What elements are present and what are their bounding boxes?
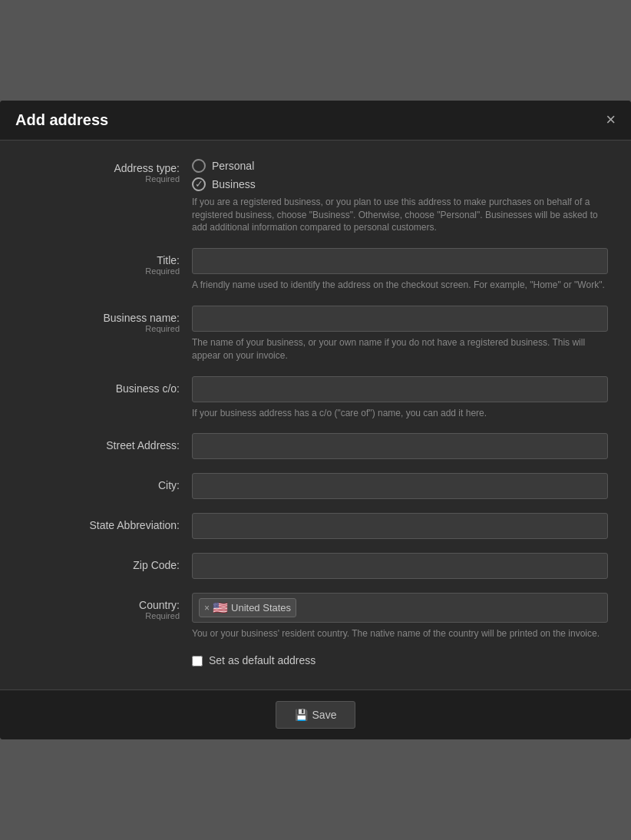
state-abbreviation-input[interactable] xyxy=(192,513,608,539)
street-address-label: Street Address: xyxy=(23,433,192,451)
country-flag-icon: 🇺🇸 xyxy=(213,600,228,615)
business-co-control: If your business address has a c/o ("car… xyxy=(192,376,608,420)
title-control: A friendly name used to identify the add… xyxy=(192,248,608,292)
set-default-checkbox[interactable] xyxy=(192,656,203,666)
street-address-input[interactable] xyxy=(192,433,608,459)
radio-business[interactable]: ✓ Business xyxy=(192,177,608,191)
country-tag-input[interactable]: × 🇺🇸 United States xyxy=(192,593,608,623)
modal-body: Address type: Required Personal ✓ Busine… xyxy=(0,141,631,690)
title-label: Title: Required xyxy=(23,248,192,276)
business-name-input[interactable] xyxy=(192,306,608,332)
radio-checkmark-business: ✓ xyxy=(192,177,206,191)
address-type-hint: If you are a registered business, or you… xyxy=(192,196,608,234)
country-name: United States xyxy=(231,602,291,613)
radio-label-business: Business xyxy=(212,178,256,190)
title-input[interactable] xyxy=(192,248,608,274)
country-tag-united-states: × 🇺🇸 United States xyxy=(199,598,296,617)
country-row: Country: Required × 🇺🇸 United States You… xyxy=(23,593,608,640)
radio-circle-personal xyxy=(192,159,206,173)
street-address-row: Street Address: xyxy=(23,433,608,459)
address-type-radio-group: Personal ✓ Business xyxy=(192,156,608,191)
radio-personal[interactable]: Personal xyxy=(192,159,608,173)
country-label: Country: Required xyxy=(23,593,192,620)
modal-footer: 💾 Save xyxy=(0,690,631,739)
business-co-row: Business c/o: If your business address h… xyxy=(23,376,608,420)
zip-code-row: Zip Code: xyxy=(23,553,608,579)
state-abbreviation-row: State Abbreviation: xyxy=(23,513,608,539)
state-abbreviation-label: State Abbreviation: xyxy=(23,513,192,531)
modal-header: Add address × xyxy=(0,101,631,141)
city-row: City: xyxy=(23,473,608,499)
business-name-hint: The name of your business, or your own n… xyxy=(192,336,608,362)
address-type-row: Address type: Required Personal ✓ Busine… xyxy=(23,156,608,234)
zip-code-control xyxy=(192,553,608,579)
business-name-row: Business name: Required The name of your… xyxy=(23,306,608,362)
city-control xyxy=(192,473,608,499)
save-icon: 💾 xyxy=(295,709,308,721)
title-row: Title: Required A friendly name used to … xyxy=(23,248,608,292)
add-address-modal: Add address × Address type: Required Per… xyxy=(0,101,631,739)
zip-code-input[interactable] xyxy=(192,553,608,579)
country-hint: You or your business' resident country. … xyxy=(192,627,608,640)
address-type-label: Address type: Required xyxy=(23,156,192,184)
modal-title: Add address xyxy=(15,111,108,129)
business-co-input[interactable] xyxy=(192,376,608,402)
title-hint: A friendly name used to identify the add… xyxy=(192,279,608,292)
business-name-label: Business name: Required xyxy=(23,306,192,333)
city-label: City: xyxy=(23,473,192,491)
address-type-control: Personal ✓ Business If you are a registe… xyxy=(192,156,608,234)
city-input[interactable] xyxy=(192,473,608,499)
save-label: Save xyxy=(312,709,337,721)
radio-label-personal: Personal xyxy=(212,160,254,172)
country-control: × 🇺🇸 United States You or your business'… xyxy=(192,593,608,640)
business-co-label: Business c/o: xyxy=(23,376,192,395)
country-tag-remove-button[interactable]: × xyxy=(204,604,210,613)
save-button[interactable]: 💾 Save xyxy=(276,701,356,729)
business-name-control: The name of your business, or your own n… xyxy=(192,306,608,362)
zip-code-label: Zip Code: xyxy=(23,553,192,571)
business-co-hint: If your business address has a c/o ("car… xyxy=(192,407,608,420)
close-button[interactable]: × xyxy=(606,111,616,128)
street-address-control xyxy=(192,433,608,459)
set-default-row: Set as default address xyxy=(192,654,608,666)
state-abbreviation-control xyxy=(192,513,608,539)
set-default-label: Set as default address xyxy=(209,654,316,666)
